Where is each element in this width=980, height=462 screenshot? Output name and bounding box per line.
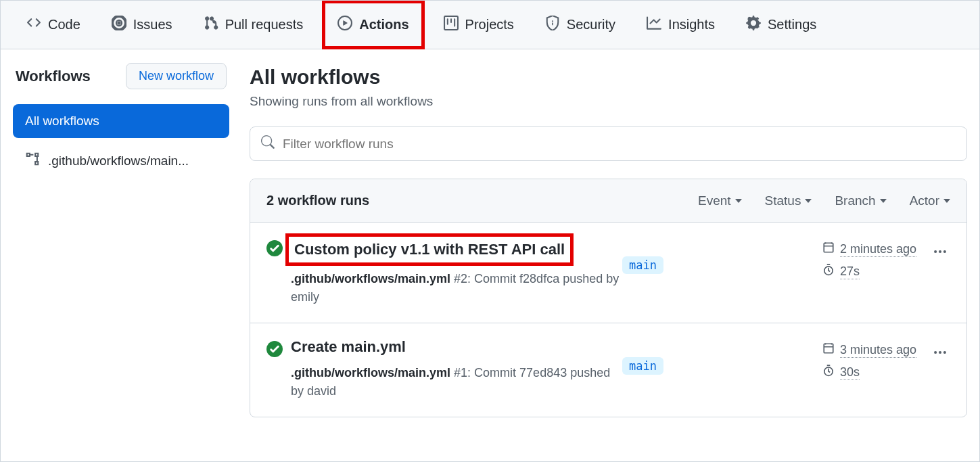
run-actions-menu[interactable] [930, 241, 950, 264]
status-success-icon [266, 341, 283, 360]
run-duration: 27s [840, 264, 860, 279]
nav-pulls-label: Pull requests [225, 17, 304, 32]
filter-runs-input[interactable] [283, 137, 956, 152]
runs-count-label: 2 workflow runs [266, 193, 369, 208]
nav-insights-label: Insights [668, 17, 715, 32]
run-title-link[interactable]: Custom policy v1.1 with REST API call [285, 233, 574, 266]
nav-pulls[interactable]: Pull requests [191, 9, 316, 41]
svg-point-1 [552, 20, 553, 22]
run-number: #1 [454, 366, 467, 379]
graph-icon [647, 16, 661, 34]
branch-badge[interactable]: main [622, 357, 663, 375]
sidebar-title: Workflows [16, 68, 91, 85]
svg-point-12 [943, 351, 946, 354]
run-actor[interactable]: david [307, 384, 336, 398]
nav-code-label: Code [48, 17, 80, 32]
sidebar-wf1-label: .github/workflows/main... [48, 154, 189, 168]
run-time-ago: 3 minutes ago [840, 343, 916, 358]
workflows-main: All workflows Showing runs from all work… [250, 63, 967, 417]
nav-issues-label: Issues [133, 17, 172, 32]
run-workflow-file: .github/workflows/main.yml [291, 366, 450, 379]
project-icon [444, 16, 459, 34]
runs-list: 2 workflow runs Event Status Branch Acto… [250, 179, 967, 417]
svg-point-0 [117, 21, 121, 25]
repo-nav: Code Issues Pull requests Actions Projec… [1, 1, 979, 49]
search-icon [261, 135, 275, 152]
caret-down-icon [943, 199, 950, 203]
run-workflow-file: .github/workflows/main.yml [291, 272, 450, 285]
run-actions-menu[interactable] [930, 342, 950, 365]
page-subtitle: Showing runs from all workflows [250, 94, 967, 109]
sidebar-item-all-workflows[interactable]: All workflows [13, 104, 229, 138]
nav-security[interactable]: Security [533, 9, 628, 41]
workflow-icon [25, 152, 40, 170]
run-meta: .github/workflows/main.yml #2: Commit f2… [291, 270, 622, 306]
nav-projects[interactable]: Projects [431, 9, 526, 41]
code-icon [26, 16, 41, 34]
caret-down-icon [735, 199, 742, 203]
sidebar-all-label: All workflows [25, 114, 99, 129]
sidebar-item-workflow-main[interactable]: .github/workflows/main... [13, 142, 229, 179]
nav-actions[interactable]: Actions [322, 0, 424, 49]
run-meta: .github/workflows/main.yml #1: Commit 77… [291, 364, 622, 400]
svg-point-10 [934, 351, 937, 354]
run-actor[interactable]: emily [291, 290, 319, 304]
page-title: All workflows [250, 66, 967, 89]
svg-point-11 [939, 351, 941, 354]
nav-settings[interactable]: Settings [734, 9, 829, 41]
branch-badge[interactable]: main [622, 256, 663, 274]
status-success-icon [266, 240, 283, 259]
nav-settings-label: Settings [768, 17, 816, 32]
run-row: Custom policy v1.1 with REST API call .g… [250, 223, 966, 323]
filter-runs-input-wrapper[interactable] [250, 126, 967, 161]
svg-point-5 [934, 250, 937, 253]
workflows-sidebar: Workflows New workflow All workflows .gi… [13, 63, 229, 417]
caret-down-icon [805, 199, 812, 203]
nav-code[interactable]: Code [14, 9, 93, 41]
nav-issues[interactable]: Issues [99, 9, 185, 41]
new-workflow-button[interactable]: New workflow [126, 63, 227, 89]
run-number: #2 [454, 272, 467, 285]
gear-icon [746, 16, 761, 34]
run-time-ago: 2 minutes ago [840, 242, 916, 257]
nav-security-label: Security [567, 17, 615, 32]
nav-projects-label: Projects [465, 17, 514, 32]
svg-rect-2 [552, 22, 553, 25]
runs-list-header: 2 workflow runs Event Status Branch Acto… [250, 179, 966, 223]
run-title-link[interactable]: Create main.yml [291, 334, 411, 360]
run-row: Create main.yml .github/workflows/main.y… [250, 323, 966, 417]
nav-actions-label: Actions [359, 17, 409, 32]
filter-event[interactable]: Event [698, 193, 742, 208]
filter-branch[interactable]: Branch [835, 193, 886, 208]
run-duration: 30s [840, 365, 860, 380]
svg-point-6 [939, 250, 941, 253]
stopwatch-icon [822, 264, 835, 279]
svg-point-7 [943, 250, 946, 253]
run-commit-sha[interactable]: f28dfca [519, 272, 559, 285]
nav-insights[interactable]: Insights [634, 9, 727, 41]
stopwatch-icon [822, 365, 835, 380]
filter-status[interactable]: Status [765, 193, 812, 208]
filter-actor[interactable]: Actor [910, 193, 950, 208]
issues-icon [112, 16, 126, 34]
calendar-icon [822, 241, 835, 257]
play-circle-icon [337, 16, 352, 34]
run-commit-sha[interactable]: 77ed843 [519, 366, 567, 379]
caret-down-icon [880, 199, 887, 203]
shield-icon [545, 16, 560, 34]
calendar-icon [822, 342, 835, 358]
pull-request-icon [204, 16, 218, 34]
